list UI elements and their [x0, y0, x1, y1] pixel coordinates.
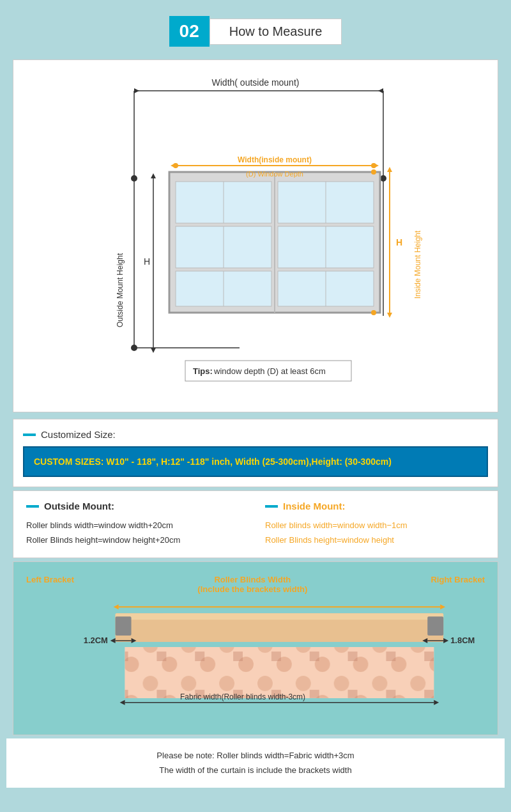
svg-marker-54: [111, 638, 116, 643]
bracket-labels-row: Left Bracket Roller Blinds Width (Includ…: [26, 575, 485, 594]
outside-mount-title: Outside Mount:: [26, 501, 246, 511]
svg-text:1.2CM: 1.2CM: [84, 636, 108, 645]
svg-text:Tips:: Tips:: [193, 366, 213, 376]
bottom-note-line1: Please be note: Roller blinds width=Fabr…: [16, 748, 495, 763]
custom-sizes-bar: CUSTOM SIZES: W10" - 118", H:12" -118" i…: [23, 446, 488, 477]
svg-marker-68: [120, 700, 125, 705]
badge-number: 02: [169, 16, 210, 47]
roller-blind-svg: 1.2CM 1.8CM: [26, 597, 485, 725]
svg-text:(D) Window Depth: (D) Window Depth: [246, 170, 303, 178]
dash-icon: [23, 433, 36, 436]
svg-text:window depth (D) at least 6cm: window depth (D) at least 6cm: [213, 366, 326, 376]
outside-mount-line2: Roller Blinds height=window height+20cm: [26, 533, 246, 547]
mount-section: Outside Mount: Roller blinds width=windo…: [13, 490, 498, 558]
svg-point-39: [371, 169, 376, 175]
badge-title: How to Measure: [210, 19, 342, 45]
svg-marker-59: [443, 638, 448, 643]
page-wrapper: 02 How to Measure Width( outside mount) …: [0, 0, 511, 797]
svg-rect-51: [116, 616, 132, 636]
inside-mount-line2: Roller Blinds height=window height: [265, 533, 485, 547]
svg-point-32: [371, 163, 376, 168]
measurement-diagram: Width( outside mount) H Outside Mount He…: [70, 73, 441, 399]
outside-dash-icon: [26, 505, 39, 508]
outside-mount-column: Outside Mount: Roller blinds width=windo…: [26, 501, 246, 548]
svg-marker-12: [151, 348, 156, 353]
left-bracket-label: Left Bracket: [26, 575, 74, 594]
inside-mount-column: Inside Mount: Roller blinds width=window…: [265, 501, 485, 548]
svg-text:Inside Mount  Height: Inside Mount Height: [413, 230, 422, 299]
svg-point-40: [371, 310, 376, 315]
svg-marker-11: [151, 173, 156, 178]
svg-text:1.8CM: 1.8CM: [450, 636, 475, 645]
inside-mount-line1: Roller blinds width=window width−1cm: [265, 518, 485, 533]
svg-marker-48: [440, 604, 445, 609]
inside-dash-icon: [265, 505, 278, 508]
svg-point-31: [173, 163, 178, 168]
customize-title-text: Customized Size:: [41, 429, 116, 440]
svg-text:Outside Mount  Height: Outside Mount Height: [116, 253, 125, 327]
bottom-notes: Please be note: Roller blinds width=Fabr…: [6, 738, 505, 788]
bracket-section: Left Bracket Roller Blinds Width (Includ…: [13, 561, 498, 735]
svg-marker-2: [134, 88, 139, 93]
roller-sub-label: (Include the brackets width): [197, 584, 307, 594]
bottom-note-line2: The width of the curtain is include the …: [16, 763, 495, 777]
svg-marker-3: [378, 88, 383, 93]
svg-rect-62: [125, 647, 434, 698]
outside-mount-label: Outside Mount:: [44, 501, 114, 511]
svg-marker-69: [434, 700, 439, 705]
svg-marker-38: [387, 313, 392, 318]
inside-mount-title: Inside Mount:: [265, 501, 485, 511]
svg-marker-47: [114, 604, 119, 609]
svg-text:H: H: [396, 237, 402, 247]
outside-mount-line1: Roller blinds width=window width+20cm: [26, 518, 246, 533]
svg-rect-52: [427, 616, 443, 636]
diagram-section: Width( outside mount) H Outside Mount He…: [13, 59, 498, 412]
inside-mount-label: Inside Mount:: [283, 501, 346, 511]
svg-point-5: [131, 175, 137, 182]
customize-title: Customized Size:: [23, 429, 488, 440]
header-section: 02 How to Measure: [6, 6, 505, 56]
svg-text:Fabric width(Roller blinds wid: Fabric width(Roller blinds width-3cm): [180, 692, 305, 701]
svg-text:Width(inside mount): Width(inside mount): [238, 155, 312, 164]
svg-text:H: H: [144, 256, 150, 267]
roller-width-label: Roller Blinds Width: [197, 575, 307, 584]
right-bracket-label: Right Bracket: [431, 575, 485, 594]
svg-text:Width( outside mount): Width( outside mount): [212, 77, 300, 88]
header-badge: 02 How to Measure: [169, 16, 342, 47]
customize-section: Customized Size: CUSTOM SIZES: W10" - 11…: [13, 419, 498, 487]
svg-marker-37: [387, 167, 392, 172]
svg-rect-50: [116, 613, 444, 620]
